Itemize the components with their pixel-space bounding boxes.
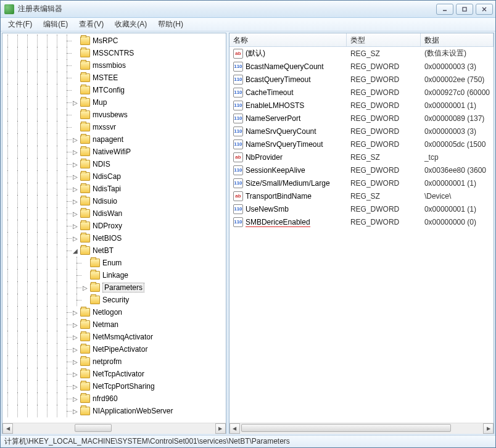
expand-icon[interactable]: ▷: [72, 136, 79, 143]
menu-edit[interactable]: 编辑(E): [38, 18, 73, 31]
expand-icon[interactable]: [72, 123, 79, 131]
tree-node-label: Parameters: [102, 283, 144, 292]
tree-scroll[interactable]: MsRPCMSSCNTRSmssmbiosMSTEEMTConfig▷Mupmv…: [2, 33, 226, 423]
value-row[interactable]: 110SMBDericeEnabledREG_DWORD0x00000000 (…: [229, 215, 494, 228]
expand-icon[interactable]: [72, 86, 79, 94]
close-button[interactable]: [476, 4, 493, 15]
expand-icon[interactable]: ◢: [72, 247, 79, 254]
tree-node[interactable]: ▷NativeWifiP: [2, 146, 226, 158]
folder-icon: [80, 382, 90, 391]
tree-node[interactable]: MSSCNTRS: [2, 47, 226, 59]
expand-icon[interactable]: ▷: [72, 197, 79, 205]
tree-node[interactable]: ▷Netman: [2, 318, 226, 331]
value-row[interactable]: 110Size/Small/Medium/LargeREG_DWORD0x000…: [229, 176, 494, 189]
expand-icon[interactable]: [72, 74, 79, 81]
expand-icon[interactable]: ▷: [72, 160, 79, 168]
tree-node[interactable]: ▷Mup: [2, 96, 226, 109]
tree-node[interactable]: ▷NdisTapi: [2, 183, 226, 195]
value-row[interactable]: 110CacheTimeoutREG_DWORD0x000927c0 (6000…: [229, 86, 494, 99]
tree-node[interactable]: ▷Ndisuio: [2, 195, 226, 207]
tree-node[interactable]: ▷NetBIOS: [2, 232, 226, 244]
value-row[interactable]: abTransportBindNameREG_SZ\Device\: [229, 189, 494, 202]
expand-icon[interactable]: ▷: [81, 284, 89, 291]
value-row[interactable]: 110EnableLMHOSTSREG_DWORD0x00000001 (1): [229, 99, 494, 112]
scroll-right-icon[interactable]: ▶: [215, 423, 226, 434]
value-row[interactable]: 110NameServerPortREG_DWORD0x00000089 (13…: [229, 112, 494, 125]
tree-node[interactable]: ▷NDProxy: [2, 220, 226, 232]
expand-icon[interactable]: ▷: [72, 383, 79, 390]
expand-icon[interactable]: ▷: [72, 185, 79, 193]
value-row[interactable]: ab(默认)REG_SZ(数值未设置): [229, 47, 494, 60]
tree-node[interactable]: ▷Parameters: [2, 281, 226, 294]
expand-icon[interactable]: [72, 37, 79, 44]
expand-icon[interactable]: ▷: [72, 309, 79, 316]
expand-icon[interactable]: [81, 272, 89, 279]
tree-node[interactable]: ▷netprofm: [2, 355, 226, 368]
tree-node[interactable]: ▷NIApplicationWebServer: [2, 405, 226, 417]
expand-icon[interactable]: ▷: [72, 370, 79, 378]
tree-node[interactable]: ▷NetPipeActivator: [2, 343, 226, 355]
value-row[interactable]: 110BcastNameQueryCountREG_DWORD0x0000000…: [229, 60, 494, 73]
tree-node[interactable]: ▷Netlogon: [2, 306, 226, 318]
menu-file[interactable]: 文件(F): [3, 18, 37, 31]
tree-node[interactable]: MSTEE: [2, 72, 226, 84]
value-row[interactable]: 110SessionKeepAliveREG_DWORD0x0036ee80 (…: [229, 164, 494, 176]
expand-icon[interactable]: [72, 49, 79, 57]
tree-node[interactable]: ▷NetTcpActivator: [2, 368, 226, 380]
tree-node[interactable]: ▷NetMsmqActivator: [2, 331, 226, 343]
tree-node[interactable]: ▷NetTcpPortSharing: [2, 380, 226, 392]
expand-icon[interactable]: ▷: [72, 407, 79, 415]
titlebar[interactable]: 注册表编辑器: [1, 1, 495, 18]
folder-icon: [80, 197, 90, 205]
tree-node[interactable]: ▷NdisWan: [2, 207, 226, 220]
tree-node[interactable]: mvusbews: [2, 109, 226, 121]
tree-node[interactable]: ▷nfrd960: [2, 392, 226, 405]
tree-node[interactable]: mxssvr: [2, 121, 226, 133]
scroll-left-icon[interactable]: ◀: [229, 423, 240, 434]
value-row[interactable]: 110BcastQueryTimeoutREG_DWORD0x000002ee …: [229, 73, 494, 86]
tree-node[interactable]: Security: [2, 294, 226, 306]
expand-icon[interactable]: [81, 259, 89, 267]
tree-node[interactable]: MsRPC: [2, 35, 226, 47]
scroll-right-icon[interactable]: ▶: [483, 423, 494, 434]
col-header-name[interactable]: 名称: [229, 33, 347, 46]
expand-icon[interactable]: ▷: [72, 173, 79, 180]
menu-help[interactable]: 帮助(H): [153, 18, 188, 31]
tree-node[interactable]: MTConfig: [2, 84, 226, 96]
value-row[interactable]: 110NameSrvQueryCountREG_DWORD0x00000003 …: [229, 125, 494, 138]
expand-icon[interactable]: ▷: [72, 321, 79, 328]
expand-icon[interactable]: ▷: [72, 395, 79, 402]
expand-icon[interactable]: ▷: [72, 358, 79, 365]
expand-icon[interactable]: ▷: [72, 346, 79, 353]
col-header-data[interactable]: 数据: [421, 33, 494, 46]
menu-favorites[interactable]: 收藏夹(A): [110, 18, 152, 31]
expand-icon[interactable]: ▷: [72, 148, 79, 156]
maximize-button[interactable]: [456, 4, 473, 15]
tree-node[interactable]: Enum: [2, 257, 226, 269]
expand-icon[interactable]: ▷: [72, 333, 79, 341]
expand-icon[interactable]: [72, 62, 79, 69]
expand-icon[interactable]: ▷: [72, 222, 79, 230]
tree-node[interactable]: ◢NetBT: [2, 244, 226, 257]
tree-hscrollbar[interactable]: ◀ ▶: [2, 423, 226, 433]
col-header-type[interactable]: 类型: [347, 33, 421, 46]
expand-icon[interactable]: [72, 111, 79, 118]
values-list[interactable]: ab(默认)REG_SZ(数值未设置)110BcastNameQueryCoun…: [229, 47, 494, 423]
expand-icon[interactable]: [81, 296, 89, 304]
value-row[interactable]: 110NameSrvQueryTimeoutREG_DWORD0x000005d…: [229, 138, 494, 151]
tree-node[interactable]: ▷NDIS: [2, 158, 226, 170]
value-row[interactable]: 110UseNewSmbREG_DWORD0x00000001 (1): [229, 202, 494, 215]
scroll-left-icon[interactable]: ◀: [2, 423, 13, 434]
menu-view[interactable]: 查看(V): [74, 18, 109, 31]
tree-node[interactable]: Linkage: [2, 269, 226, 281]
minimize-button[interactable]: [436, 4, 453, 15]
tree-node[interactable]: ▷NdisCap: [2, 170, 226, 183]
expand-icon[interactable]: ▷: [72, 234, 79, 242]
list-hscrollbar[interactable]: ◀ ▶: [229, 423, 494, 433]
expand-icon[interactable]: ▷: [72, 210, 79, 217]
tree-node[interactable]: mssmbios: [2, 59, 226, 72]
reg-sz-icon: ab: [233, 49, 243, 59]
value-row[interactable]: abNbProviderREG_SZ_tcp: [229, 151, 494, 164]
tree-node[interactable]: ▷napagent: [2, 133, 226, 146]
expand-icon[interactable]: ▷: [72, 99, 79, 106]
